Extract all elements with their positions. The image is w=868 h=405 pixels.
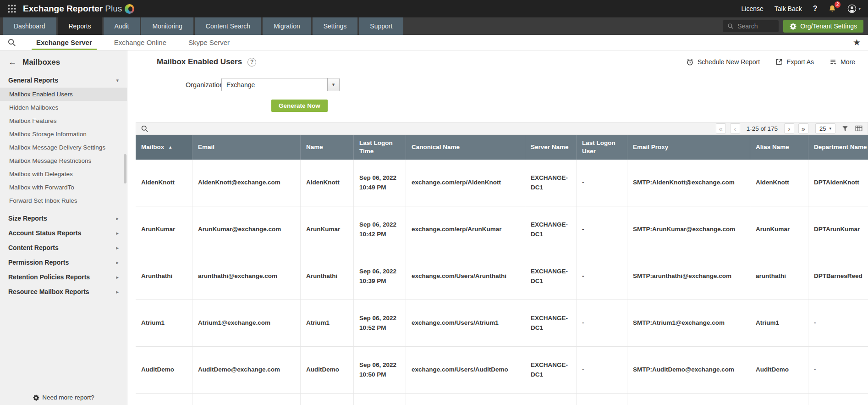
sidebar-item-mailbox-enabled-users[interactable]: Mailbox Enabled Users	[0, 88, 127, 101]
cell-last-logon-user: -	[577, 347, 627, 393]
subtab-exchange-server[interactable]: Exchange Server	[25, 35, 103, 50]
org-tenant-settings-label: Org/Tenant Settings	[800, 22, 857, 30]
nav-tab-settings[interactable]: Settings	[313, 17, 358, 35]
cell-email-proxy	[627, 394, 750, 405]
column-chooser-icon[interactable]	[855, 124, 863, 133]
cell-department-name: -	[808, 347, 868, 393]
cell-email: AidenKnott@exchange.com	[192, 160, 301, 206]
sort-asc-icon[interactable]: ▲	[168, 144, 172, 150]
license-link[interactable]: License	[742, 5, 764, 12]
column-header-email-proxy[interactable]: Email Proxy	[627, 135, 750, 160]
cell-email-proxy: SMTP:AuditDemo@exchange.com	[627, 347, 750, 393]
nav-tab-dashboard[interactable]: Dashboard	[3, 17, 56, 35]
sidebar-section-retention-policies-reports[interactable]: Retention Policies Reports ▸	[0, 270, 127, 284]
sidebar-scrollbar[interactable]	[124, 154, 126, 183]
sidebar-item-mailbox-message-restrictions[interactable]: Mailbox Message Restrictions	[0, 154, 127, 167]
filter-icon[interactable]	[841, 125, 849, 132]
subtab-skype-server[interactable]: Skype Server	[177, 35, 241, 50]
chevron-down-icon: ▾	[116, 78, 119, 83]
nav-right: Org/Tenant Settings	[723, 17, 863, 35]
organization-select[interactable]: Exchange ▾	[221, 78, 340, 91]
notification-bell-icon[interactable]: 2	[828, 5, 836, 13]
help-icon[interactable]: ?	[813, 5, 818, 13]
apps-grid-icon[interactable]	[7, 4, 16, 13]
gear-icon	[33, 394, 39, 401]
sidebar-section-resource-mailbox-reports[interactable]: Resource Mailbox Reports ▸	[0, 284, 127, 299]
column-header-last-logon-time[interactable]: Last Logon Time	[354, 135, 406, 160]
brand-name: Exchange Reporter	[23, 4, 103, 14]
table-row[interactable]: Arunthathi arunthathi@exchange.com Arunt…	[136, 253, 868, 300]
page-size-value: 25	[819, 125, 826, 132]
sidebar-item-mailbox-features[interactable]: Mailbox Features	[0, 114, 127, 128]
sidebar-section-account-status-reports[interactable]: Account Status Reports ▸	[0, 226, 127, 240]
nav-tab-audit[interactable]: Audit	[104, 17, 140, 35]
global-search-box[interactable]	[723, 20, 779, 32]
table-row[interactable]: Atrium1 Atrium1@exchange.com Atrium1 Sep…	[136, 300, 868, 347]
user-account-icon[interactable]: ▾	[847, 4, 861, 13]
column-header-alias-name[interactable]: Alias Name	[750, 135, 808, 160]
need-more-report-link[interactable]: Need more report?	[33, 394, 94, 401]
search-icon	[727, 23, 734, 29]
table-search-icon[interactable]	[141, 125, 148, 133]
column-header-name[interactable]: Name	[301, 135, 354, 160]
schedule-new-report-button[interactable]: Schedule New Report	[686, 58, 760, 66]
nav-tab-reports[interactable]: Reports	[58, 17, 102, 35]
cell-last-logon-time: Sep 06, 2022 10:39 PM	[354, 253, 406, 300]
talkback-link[interactable]: Talk Back	[775, 5, 802, 12]
sidebar-section-permission-reports[interactable]: Permission Reports ▸	[0, 255, 127, 270]
logon-time: 10:42 PM	[359, 230, 400, 239]
sidebar-section-general-reports[interactable]: General Reports ▾	[0, 73, 127, 88]
sidebar-item-mailbox-with-delegates[interactable]: Mailbox with Delegates	[0, 167, 127, 181]
column-header-email[interactable]: Email	[192, 135, 301, 160]
nav-tab-content-search[interactable]: Content Search	[195, 17, 261, 35]
page-size-select[interactable]: 25 ▾	[815, 123, 835, 133]
table-row-partial[interactable]	[136, 394, 868, 405]
next-page-button[interactable]: ›	[784, 123, 794, 133]
more-list-icon	[830, 58, 837, 66]
section-label: Retention Policies Reports	[8, 273, 90, 281]
export-icon	[775, 58, 783, 66]
sidebar-item-hidden-mailboxes[interactable]: Hidden Mailboxes	[0, 101, 127, 114]
cell-alias-name: arunthathi	[750, 253, 808, 300]
help-circle-icon[interactable]: ?	[247, 58, 256, 67]
logon-date: Sep 06, 2022	[359, 361, 400, 370]
sidebar-item-forward-set-inbox-rules[interactable]: Forward Set Inbox Rules	[0, 194, 127, 207]
nav-tab-migration[interactable]: Migration	[263, 17, 311, 35]
column-header-department-name[interactable]: Department Name	[808, 135, 868, 160]
chevron-right-icon: ▸	[116, 274, 119, 280]
table-row[interactable]: ArunKumar ArunKumar@exchange.com ArunKum…	[136, 206, 868, 253]
sidebar-section-content-reports[interactable]: Content Reports ▸	[0, 240, 127, 255]
prev-page-button[interactable]: ‹	[730, 123, 740, 133]
last-page-button[interactable]: »	[798, 123, 808, 133]
sidebar-item-mailbox-storage-information[interactable]: Mailbox Storage Information	[0, 128, 127, 141]
first-page-button[interactable]: «	[716, 123, 726, 133]
org-tenant-settings-button[interactable]: Org/Tenant Settings	[783, 20, 863, 33]
global-search-input[interactable]	[737, 22, 774, 30]
nav-tab-monitoring[interactable]: Monitoring	[141, 17, 193, 35]
back-arrow-icon[interactable]: ←	[8, 57, 16, 67]
sidebar-section-size-reports[interactable]: Size Reports ▸	[0, 211, 127, 226]
subtab-exchange-online[interactable]: Exchange Online	[103, 35, 177, 50]
report-search-icon[interactable]	[7, 38, 16, 47]
chevron-right-icon: ▸	[116, 245, 119, 251]
report-table-zone: « ‹ 1-25 of 175 › » 25 ▾	[136, 122, 868, 405]
cell-server-name	[525, 394, 577, 405]
sidebar-item-mailbox-message-delivery-settings[interactable]: Mailbox Message Delivery Settings	[0, 141, 127, 154]
cell-server-name: EXCHANGE-DC1	[525, 160, 577, 206]
nav-tab-support[interactable]: Support	[359, 17, 403, 35]
cell-alias-name: AuditDemo	[750, 347, 808, 393]
favorite-star-icon[interactable]: ★	[853, 37, 861, 48]
column-header-canonical-name[interactable]: Canonical Name	[406, 135, 525, 160]
sidebar-item-mailbox-with-forwardto[interactable]: Mailbox with ForwardTo	[0, 181, 127, 194]
sidebar-back-header[interactable]: ← Mailboxes	[0, 50, 127, 73]
table-row[interactable]: AidenKnott AidenKnott@exchange.com Aiden…	[136, 160, 868, 206]
generate-now-button[interactable]: Generate Now	[271, 100, 328, 112]
cell-server-name: EXCHANGE-DC1	[525, 300, 577, 346]
column-header-last-logon-user[interactable]: Last Logon User	[577, 135, 627, 160]
more-button[interactable]: More	[830, 58, 855, 66]
logon-date: Sep 06, 2022	[359, 314, 400, 323]
column-header-server-name[interactable]: Server Name	[525, 135, 577, 160]
export-as-button[interactable]: Export As	[775, 58, 814, 66]
column-header-mailbox[interactable]: Mailbox ▲	[136, 135, 192, 160]
table-row[interactable]: AuditDemo AuditDemo@exchange.com AuditDe…	[136, 347, 868, 394]
